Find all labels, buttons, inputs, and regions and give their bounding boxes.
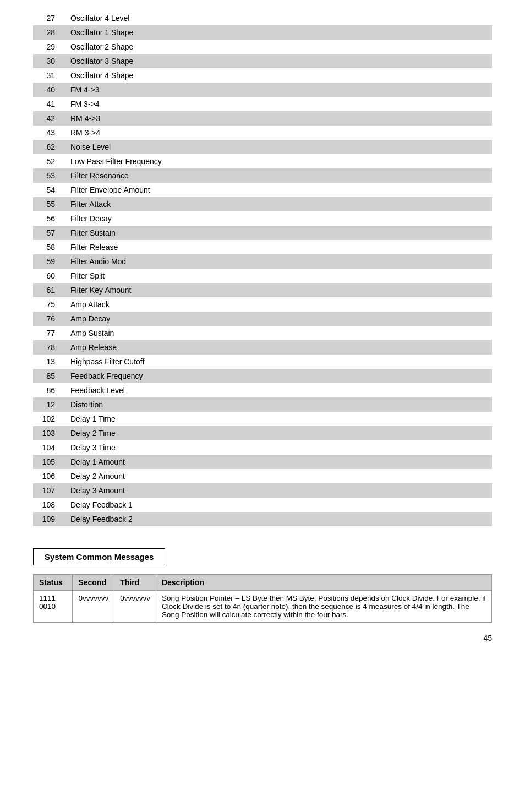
table-row: 56Filter Decay xyxy=(33,211,492,226)
row-number: 76 xyxy=(33,312,66,326)
row-label: Delay 1 Amount xyxy=(66,455,492,469)
row-number: 108 xyxy=(33,498,66,512)
row-number: 13 xyxy=(33,355,66,369)
row-number: 62 xyxy=(33,140,66,154)
row-label: Feedback Frequency xyxy=(66,369,492,383)
row-label: RM 3->4 xyxy=(66,126,492,140)
table-row: 59Filter Audio Mod xyxy=(33,254,492,269)
table-row: 42RM 4->3 xyxy=(33,111,492,126)
row-label: Amp Release xyxy=(66,340,492,355)
table-row: 106Delay 2 Amount xyxy=(33,469,492,483)
sys-cell-third: 0vvvvvvv xyxy=(114,591,156,623)
table-row: 30Oscillator 3 Shape xyxy=(33,54,492,68)
row-number: 86 xyxy=(33,383,66,397)
row-label: Oscillator 4 Level xyxy=(66,11,492,25)
row-label: Delay 2 Amount xyxy=(66,469,492,483)
row-label: Oscillator 2 Shape xyxy=(66,40,492,54)
table-row: 105Delay 1 Amount xyxy=(33,455,492,469)
row-label: Filter Resonance xyxy=(66,168,492,183)
row-label: FM 4->3 xyxy=(66,83,492,97)
row-number: 56 xyxy=(33,211,66,226)
row-number: 85 xyxy=(33,369,66,383)
table-row: 109Delay Feedback 2 xyxy=(33,512,492,526)
row-label: Delay 2 Time xyxy=(66,426,492,440)
table-row: 13Highpass Filter Cutoff xyxy=(33,355,492,369)
table-row: 75Amp Attack xyxy=(33,297,492,312)
row-number: 28 xyxy=(33,25,66,40)
sys-cell-second: 0vvvvvvv xyxy=(73,591,114,623)
row-label: Delay Feedback 1 xyxy=(66,498,492,512)
table-row: 61Filter Key Amount xyxy=(33,283,492,297)
row-number: 31 xyxy=(33,68,66,83)
row-label: Oscillator 4 Shape xyxy=(66,68,492,83)
table-row: 62Noise Level xyxy=(33,140,492,154)
system-common-section: System Common Messages StatusSecondThird… xyxy=(33,548,492,623)
row-label: Filter Key Amount xyxy=(66,283,492,297)
table-row: 40FM 4->3 xyxy=(33,83,492,97)
row-number: 61 xyxy=(33,283,66,297)
row-number: 106 xyxy=(33,469,66,483)
row-label: Highpass Filter Cutoff xyxy=(66,355,492,369)
row-label: Delay Feedback 2 xyxy=(66,512,492,526)
table-row: 43RM 3->4 xyxy=(33,126,492,140)
row-label: RM 4->3 xyxy=(66,111,492,126)
table-row: 85Feedback Frequency xyxy=(33,369,492,383)
table-row: 108Delay Feedback 1 xyxy=(33,498,492,512)
table-row: 58Filter Release xyxy=(33,240,492,254)
row-label: FM 3->4 xyxy=(66,97,492,111)
row-number: 58 xyxy=(33,240,66,254)
row-number: 40 xyxy=(33,83,66,97)
row-number: 109 xyxy=(33,512,66,526)
table-row: 41FM 3->4 xyxy=(33,97,492,111)
row-label: Amp Sustain xyxy=(66,326,492,340)
row-number: 60 xyxy=(33,269,66,283)
table-row: 29Oscillator 2 Shape xyxy=(33,40,492,54)
table-row: 76Amp Decay xyxy=(33,312,492,326)
column-header: Second xyxy=(73,575,114,591)
row-number: 78 xyxy=(33,340,66,355)
table-row: 57Filter Sustain xyxy=(33,226,492,240)
parameter-table: 27Oscillator 4 Level28Oscillator 1 Shape… xyxy=(33,11,492,526)
sys-cell-description: Song Position Pointer – LS Byte then MS … xyxy=(156,591,491,623)
row-label: Delay 3 Amount xyxy=(66,483,492,498)
table-row: 12Distortion xyxy=(33,397,492,412)
table-row: 54Filter Envelope Amount xyxy=(33,183,492,197)
row-number: 55 xyxy=(33,197,66,211)
page-number: 45 xyxy=(33,634,492,642)
table-row: 77Amp Sustain xyxy=(33,326,492,340)
row-number: 103 xyxy=(33,426,66,440)
table-row: 86Feedback Level xyxy=(33,383,492,397)
table-row: 27Oscillator 4 Level xyxy=(33,11,492,25)
row-label: Low Pass Filter Frequency xyxy=(66,154,492,168)
column-header: Status xyxy=(34,575,73,591)
row-number: 53 xyxy=(33,168,66,183)
row-number: 102 xyxy=(33,412,66,426)
row-number: 75 xyxy=(33,297,66,312)
sys-cell-status: 1111 0010 xyxy=(34,591,73,623)
row-number: 43 xyxy=(33,126,66,140)
row-label: Filter Sustain xyxy=(66,226,492,240)
table-row: 31Oscillator 4 Shape xyxy=(33,68,492,83)
row-label: Filter Split xyxy=(66,269,492,283)
row-number: 104 xyxy=(33,440,66,455)
column-header: Third xyxy=(114,575,156,591)
row-number: 77 xyxy=(33,326,66,340)
row-number: 54 xyxy=(33,183,66,197)
row-number: 30 xyxy=(33,54,66,68)
row-label: Filter Release xyxy=(66,240,492,254)
column-header: Description xyxy=(156,575,491,591)
row-number: 12 xyxy=(33,397,66,412)
row-label: Noise Level xyxy=(66,140,492,154)
row-label: Filter Envelope Amount xyxy=(66,183,492,197)
row-label: Delay 3 Time xyxy=(66,440,492,455)
row-label: Filter Attack xyxy=(66,197,492,211)
row-number: 107 xyxy=(33,483,66,498)
section-title: System Common Messages xyxy=(33,548,165,565)
row-number: 105 xyxy=(33,455,66,469)
table-row: 103Delay 2 Time xyxy=(33,426,492,440)
table-row: 78Amp Release xyxy=(33,340,492,355)
row-label: Oscillator 3 Shape xyxy=(66,54,492,68)
row-label: Feedback Level xyxy=(66,383,492,397)
row-number: 57 xyxy=(33,226,66,240)
table-row: 53Filter Resonance xyxy=(33,168,492,183)
